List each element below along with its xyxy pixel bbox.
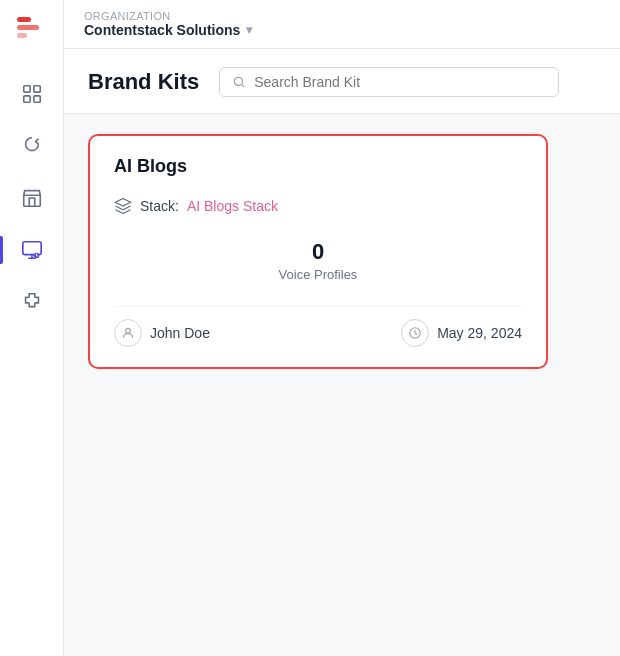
svg-rect-3 [23, 86, 29, 92]
org-name-text: Contentstack Solutions [84, 22, 240, 38]
sidebar [0, 0, 64, 656]
voice-label: Voice Profiles [114, 267, 522, 282]
org-label: Organization [84, 10, 600, 22]
svg-point-9 [235, 77, 243, 85]
clock-icon [401, 319, 429, 347]
user-name: John Doe [150, 325, 210, 341]
voice-count: 0 [114, 239, 522, 265]
svg-rect-6 [33, 96, 39, 102]
stack-icon [114, 197, 132, 215]
cards-area: AI Blogs Stack: AI Blogs Stack 0 Voice P… [64, 114, 620, 656]
top-header: Organization Contentstack Solutions ▾ [64, 0, 620, 49]
page-title: Brand Kits [88, 69, 199, 95]
svg-rect-5 [23, 96, 29, 102]
card-date: May 29, 2024 [437, 325, 522, 341]
svg-rect-4 [33, 86, 39, 92]
svg-rect-7 [22, 242, 40, 255]
brand-kit-card[interactable]: AI Blogs Stack: AI Blogs Stack 0 Voice P… [88, 134, 548, 369]
sidebar-item-puzzle[interactable] [10, 280, 54, 324]
main-content: Organization Contentstack Solutions ▾ Br… [64, 0, 620, 656]
page-header: Brand Kits [64, 49, 620, 114]
user-icon [114, 319, 142, 347]
date-row: May 29, 2024 [401, 319, 522, 347]
svg-rect-1 [17, 25, 39, 30]
org-name-dropdown[interactable]: Contentstack Solutions ▾ [84, 22, 600, 38]
stack-label: Stack: [140, 198, 179, 214]
stack-value: AI Blogs Stack [187, 198, 278, 214]
sidebar-item-grid[interactable] [10, 72, 54, 116]
user-row: John Doe [114, 319, 210, 347]
svg-point-10 [126, 329, 131, 334]
app-logo [14, 12, 50, 48]
sidebar-item-store[interactable] [10, 176, 54, 220]
sidebar-item-brand-kit[interactable] [10, 228, 54, 272]
search-box[interactable] [219, 67, 559, 97]
card-title: AI Blogs [114, 156, 522, 177]
chevron-down-icon: ▾ [246, 23, 252, 37]
voice-profiles-section: 0 Voice Profiles [114, 235, 522, 286]
svg-rect-2 [17, 33, 27, 38]
sidebar-item-loop[interactable] [10, 124, 54, 168]
stack-row: Stack: AI Blogs Stack [114, 197, 522, 215]
svg-rect-0 [17, 17, 31, 22]
search-input[interactable] [254, 74, 546, 90]
card-footer: John Doe May 29, 2024 [114, 306, 522, 347]
search-icon [232, 75, 246, 89]
